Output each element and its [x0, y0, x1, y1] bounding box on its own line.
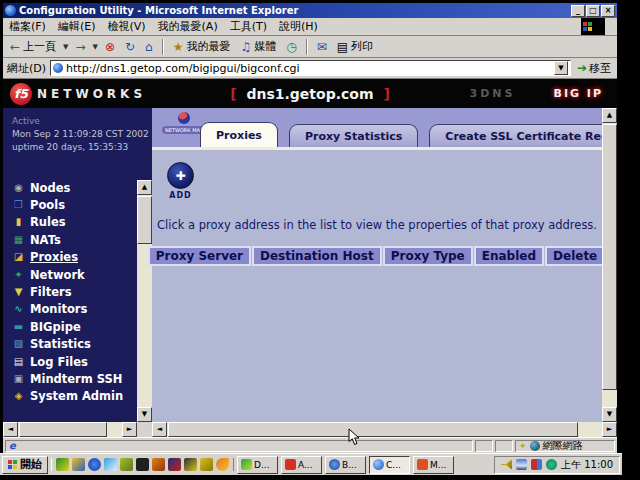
address-dropdown-icon[interactable]: ▼: [554, 61, 568, 75]
scroll-left-icon[interactable]: ◄: [152, 422, 167, 437]
sidebar-vertical-scrollbar[interactable]: ▲ ▼: [137, 180, 152, 422]
volume-icon[interactable]: [501, 459, 512, 470]
maximize-button[interactable]: □: [586, 5, 600, 17]
mouse-cursor: [348, 428, 360, 446]
quicklaunch-icon-4[interactable]: [104, 458, 117, 471]
quicklaunch-icon-9[interactable]: [184, 458, 197, 471]
quicklaunch-icon-1[interactable]: [56, 458, 69, 471]
start-button[interactable]: 開始: [2, 456, 48, 474]
scroll-up-icon[interactable]: ▲: [602, 108, 617, 123]
taskbar-window-button-3[interactable]: B...: [325, 456, 366, 474]
sidebar-item-monitors[interactable]: ∿ Monitors: [3, 301, 137, 318]
sidebar-item-system-admin[interactable]: ◈ System Admin: [3, 388, 137, 405]
sidebar-item-nodes[interactable]: ◉ Nodes: [3, 179, 137, 196]
quicklaunch-icon-3[interactable]: [88, 458, 101, 471]
scroll-left-icon[interactable]: ◄: [3, 422, 18, 437]
sidebar-item-proxies[interactable]: ◪ Proxies: [3, 249, 137, 266]
stop-button[interactable]: ⊗: [102, 40, 118, 54]
sidebar-horizontal-scrollbar[interactable]: ◄ ►: [3, 422, 137, 437]
taskbar-window-button-2[interactable]: A...: [281, 456, 322, 474]
back-dropdown[interactable]: ▼: [63, 43, 68, 51]
rules-icon: ▮: [12, 217, 25, 227]
scroll-right-icon[interactable]: ►: [122, 422, 137, 437]
sidebar-item-filters[interactable]: ▼ Filters: [3, 283, 137, 300]
proxies-icon: ◪: [12, 252, 25, 262]
tab-proxy-statistics[interactable]: Proxy Statistics: [289, 124, 418, 147]
tray-network-icon[interactable]: [546, 459, 557, 470]
media-button[interactable]: ♫ 媒體: [237, 38, 279, 55]
app-icon: [241, 459, 252, 470]
quicklaunch-icon-6[interactable]: [136, 458, 149, 471]
scroll-up-icon[interactable]: ▲: [137, 180, 152, 195]
bigpipe-icon: ▬: [12, 322, 25, 332]
tab-bar: NETWORK MAP Proxies Proxy Statistics Cre…: [152, 108, 617, 150]
address-input[interactable]: [66, 61, 551, 75]
address-bar: 網址(D) ▼ ➔ 移至: [3, 58, 617, 79]
taskbar-clock[interactable]: 上午 11:00: [561, 458, 613, 472]
sidebar-item-pools[interactable]: ❒ Pools: [3, 196, 137, 213]
scrollbar-thumb[interactable]: [168, 422, 578, 437]
mindterm-ssh-icon: ▣: [12, 374, 25, 384]
sidebar-item-nats[interactable]: ▦ NATs: [3, 231, 137, 248]
history-button[interactable]: ◷: [283, 40, 299, 54]
sidebar-item-statistics[interactable]: ▨ Statistics: [3, 336, 137, 353]
quicklaunch-icon-5[interactable]: [120, 458, 133, 471]
menu-favorites[interactable]: 我的最愛(A): [158, 19, 218, 34]
scrollbar-thumb[interactable]: [602, 124, 617, 390]
main-vertical-scrollbar[interactable]: ▲ ▼: [602, 108, 617, 422]
log-files-icon: ▤: [12, 357, 25, 367]
menu-view[interactable]: 檢視(V): [107, 19, 145, 34]
tab-proxies[interactable]: Proxies: [200, 122, 278, 147]
back-button[interactable]: ← 上一頁: [7, 38, 59, 55]
menu-tools[interactable]: 工具(T): [230, 19, 267, 34]
system-datetime: Mon Sep 2 11:09:28 CST 2002: [12, 128, 152, 141]
menu-help[interactable]: 說明(H): [279, 19, 318, 34]
sidebar-item-network[interactable]: ✦ Network: [3, 266, 137, 283]
mail-button[interactable]: ✉: [314, 40, 330, 54]
hostname: dns1.getop.com: [241, 86, 378, 102]
scroll-down-icon[interactable]: ▼: [137, 407, 152, 422]
taskbar-window-button-4[interactable]: C...: [369, 456, 410, 474]
nats-icon: ▦: [12, 235, 25, 245]
favorites-button[interactable]: ★ 我的最愛: [170, 38, 234, 55]
quick-launch-bar: [51, 458, 234, 471]
window-title: Configuration Utility - Microsoft Intern…: [19, 5, 298, 16]
column-delete: Delete: [545, 246, 605, 266]
quicklaunch-icon-7[interactable]: [152, 458, 165, 471]
tab-create-ssl-certificate-request[interactable]: Create SSL Certificate Request: [429, 124, 617, 147]
quicklaunch-icon-11[interactable]: [216, 458, 229, 471]
tray-app-icon[interactable]: [531, 459, 542, 470]
home-button[interactable]: ⌂: [142, 40, 156, 54]
main-horizontal-scrollbar[interactable]: ◄ ►: [152, 422, 617, 437]
go-icon: ➔: [577, 61, 587, 75]
menu-file[interactable]: 檔案(F): [9, 19, 46, 34]
sidebar-item-bigpipe[interactable]: ▬ BIGpipe: [3, 318, 137, 335]
quicklaunch-icon-2[interactable]: [72, 458, 85, 471]
go-button[interactable]: ➔ 移至: [575, 61, 613, 76]
forward-dropdown[interactable]: ▼: [93, 43, 98, 51]
zone-icon: ✦: [519, 441, 527, 451]
zone-label: 網際網路: [543, 439, 583, 453]
menu-edit[interactable]: 編輯(E): [58, 19, 96, 34]
filters-icon: ▼: [12, 287, 25, 297]
forward-button[interactable]: →: [72, 40, 88, 54]
status-message-pane: e: [5, 440, 473, 452]
add-proxy-button[interactable]: ✚: [167, 162, 194, 189]
close-button[interactable]: ×: [601, 5, 615, 17]
scroll-right-icon[interactable]: ►: [602, 422, 617, 437]
quicklaunch-icon-8[interactable]: [168, 458, 181, 471]
sidebar-item-rules[interactable]: ▮ Rules: [3, 214, 137, 231]
print-button[interactable]: ▤ 列印: [334, 38, 376, 55]
minimize-button[interactable]: _: [571, 5, 585, 17]
sidebar-item-log-files[interactable]: ▤ Log Files: [3, 353, 137, 370]
taskbar-window-button-1[interactable]: D...: [237, 456, 278, 474]
quicklaunch-icon-10[interactable]: [200, 458, 213, 471]
refresh-button[interactable]: ↻: [122, 40, 138, 54]
scrollbar-thumb[interactable]: [137, 196, 152, 244]
display-icon[interactable]: [516, 459, 527, 470]
taskbar-window-button-5[interactable]: M...: [413, 456, 454, 474]
sidebar-item-mindterm-ssh[interactable]: ▣ Mindterm SSH: [3, 370, 137, 387]
scrollbar-thumb[interactable]: [19, 422, 107, 437]
address-label: 網址(D): [7, 61, 46, 76]
scroll-down-icon[interactable]: ▼: [602, 407, 617, 422]
